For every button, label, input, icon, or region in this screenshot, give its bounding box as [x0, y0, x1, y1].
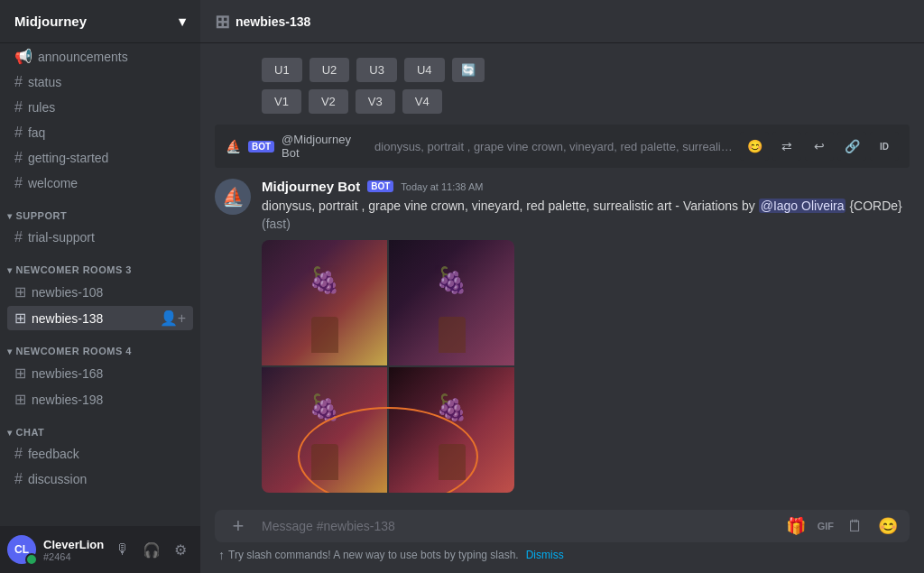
reply-icon[interactable]: ↩ — [805, 132, 834, 161]
hash-icon: # — [14, 229, 23, 245]
collapse-icon: ▾ — [7, 347, 13, 356]
sidebar-item-status[interactable]: # status — [7, 70, 193, 94]
split-icon[interactable]: ⇄ — [772, 132, 801, 161]
sidebar-item-newbies-198[interactable]: ⊞ newbies-198 — [7, 387, 193, 411]
section-chat[interactable]: ▾ CHAT — [0, 412, 200, 441]
hash-icon: # — [14, 99, 23, 116]
add-attachment-button[interactable]: + — [222, 510, 254, 542]
bot-avatar: ⛵ — [215, 179, 251, 215]
bot-badge: BOT — [248, 141, 274, 152]
emoji-button[interactable]: 😊 — [873, 512, 902, 541]
tip-text: Try slash commands! A new way to use bot… — [228, 549, 519, 561]
message-action-bar: 😊 ⇄ ↩ 🔗 ID — [740, 132, 899, 161]
message-input[interactable] — [254, 510, 781, 542]
collapse-icon: ▾ — [7, 428, 13, 438]
user-info: CleverLion #2464 — [43, 538, 110, 562]
sidebar: Midjourney ▾ 📢 announcements # status # … — [0, 0, 200, 573]
refresh-button-top[interactable]: 🔄 — [452, 58, 485, 82]
main-content: ⊞ newbies-138 U1 U2 U3 U4 🔄 V1 V2 V3 V4 … — [200, 0, 924, 573]
avatar: CL — [7, 535, 36, 564]
sidebar-item-getting-started[interactable]: # getting-started — [7, 146, 193, 170]
top-button-rows: U1 U2 U3 U4 🔄 V1 V2 V3 V4 — [215, 58, 910, 114]
dismiss-link[interactable]: Dismiss — [526, 549, 564, 561]
collapse-icon: ▾ — [7, 265, 13, 275]
image-cell-3[interactable] — [262, 367, 387, 493]
hash-icon: # — [14, 446, 23, 462]
section-newcomer-rooms-3[interactable]: ▾ NEWCOMER ROOMS 3 — [0, 250, 200, 279]
message-header: Midjourney Bot BOT Today at 11:38 AM — [262, 179, 910, 194]
u2-button-top[interactable]: U2 — [310, 58, 350, 82]
sidebar-item-discussion[interactable]: # discussion — [7, 467, 193, 491]
message-timestamp: Today at 11:38 AM — [401, 181, 483, 192]
user-area: CL CleverLion #2464 🎙 🎧 ⚙ — [0, 526, 200, 573]
sidebar-item-rules[interactable]: # rules — [7, 96, 193, 119]
v3-button-top[interactable]: V3 — [356, 89, 395, 114]
announcement-icon: 📢 — [14, 48, 32, 65]
server-name[interactable]: Midjourney ▾ — [0, 0, 200, 43]
deafen-button[interactable]: 🎧 — [139, 537, 164, 562]
id-button[interactable]: ID — [870, 132, 899, 161]
hash-icon: # — [14, 125, 23, 141]
u1-button-top[interactable]: U1 — [262, 58, 302, 82]
hash-icon: # — [14, 471, 23, 487]
sidebar-item-newbies-138[interactable]: ⊞ newbies-138 👤+ — [7, 306, 193, 330]
message-text: dionysus, portrait , grape vine crown, v… — [262, 198, 910, 233]
sidebar-item-newbies-168[interactable]: ⊞ newbies-168 — [7, 361, 193, 385]
image-cell-4[interactable] — [389, 367, 514, 493]
sticker-button[interactable]: 🗒 — [841, 512, 870, 541]
bot-author: @Midjourney Bot — [282, 133, 367, 160]
emoji-react-button[interactable]: 😊 — [740, 132, 769, 161]
tip-icon: ↑ — [218, 548, 225, 562]
v4-button-top[interactable]: V4 — [402, 89, 442, 114]
channel-header-name: ⊞ newbies-138 — [215, 11, 310, 32]
grid-icon: ⊞ — [14, 283, 26, 300]
user-tag: #2464 — [43, 551, 110, 562]
hash-icon: # — [14, 150, 23, 166]
gif-button[interactable]: GIF — [814, 519, 837, 533]
message-group: ⛵ Midjourney Bot BOT Today at 11:38 AM d… — [215, 179, 910, 499]
section-support[interactable]: ▾ SUPPORT — [0, 196, 200, 225]
sidebar-item-feedback[interactable]: # feedback — [7, 442, 193, 466]
user-actions: 🎙 🎧 ⚙ — [110, 537, 193, 562]
image-cell-2[interactable] — [389, 240, 514, 365]
username: CleverLion — [43, 538, 110, 551]
message-content: Midjourney Bot BOT Today at 11:38 AM dio… — [262, 179, 910, 499]
bot-notification: ⛵ BOT @Midjourney Bot dionysus, portrait… — [215, 125, 910, 168]
input-right-buttons: 🎁 GIF 🗒 😊 — [781, 512, 902, 541]
mute-button[interactable]: 🎙 — [110, 537, 135, 562]
grid-icon: ⊞ — [14, 310, 26, 327]
add-member-icon: 👤+ — [160, 310, 186, 327]
hash-icon: # — [14, 74, 23, 90]
sidebar-item-announcements[interactable]: 📢 announcements — [7, 44, 193, 69]
messages-area: U1 U2 U3 U4 🔄 V1 V2 V3 V4 ⛵ BOT @Midjour… — [200, 43, 924, 499]
sidebar-item-trial-support[interactable]: # trial-support — [7, 226, 193, 249]
v2-button-top[interactable]: V2 — [309, 89, 348, 114]
grid-icon: ⊞ — [14, 365, 26, 382]
section-newcomer-rooms-4[interactable]: ▾ NEWCOMER ROOMS 4 — [0, 331, 200, 360]
u4-button-top[interactable]: U4 — [404, 58, 445, 82]
top-v-buttons: V1 V2 V3 V4 — [262, 89, 910, 114]
link-icon[interactable]: 🔗 — [837, 132, 866, 161]
sailboat-icon: ⛵ — [226, 139, 241, 153]
settings-button[interactable]: ⚙ — [168, 537, 193, 562]
sidebar-item-welcome[interactable]: # welcome — [7, 171, 193, 195]
channel-header: ⊞ newbies-138 — [200, 0, 924, 43]
collapse-icon: ▾ — [7, 211, 13, 221]
tip-bar: ↑ Try slash commands! A new way to use b… — [215, 548, 910, 562]
input-wrapper: + 🎁 GIF 🗒 😊 — [215, 510, 910, 542]
mention[interactable]: @Iago Oliveira — [759, 199, 846, 213]
image-cell-1[interactable] — [262, 240, 387, 365]
input-area: + 🎁 GIF 🗒 😊 ↑ Try slash commands! A new … — [200, 499, 924, 573]
bot-preview-text: dionysus, portrait , grape vine crown, v… — [374, 140, 733, 153]
v1-button-top[interactable]: V1 — [262, 89, 301, 114]
sailboat-icon: ⛵ — [222, 186, 245, 208]
hash-icon: # — [14, 175, 23, 191]
gift-button[interactable]: 🎁 — [781, 512, 810, 541]
top-u-buttons: U1 U2 U3 U4 🔄 — [262, 58, 910, 82]
grid-icon: ⊞ — [14, 391, 26, 408]
chevron-down-icon: ▾ — [179, 14, 186, 30]
sidebar-item-faq[interactable]: # faq — [7, 121, 193, 144]
sidebar-item-newbies-108[interactable]: ⊞ newbies-108 — [7, 280, 193, 304]
u3-button-top[interactable]: U3 — [356, 58, 397, 82]
bot-badge: BOT — [367, 180, 393, 192]
